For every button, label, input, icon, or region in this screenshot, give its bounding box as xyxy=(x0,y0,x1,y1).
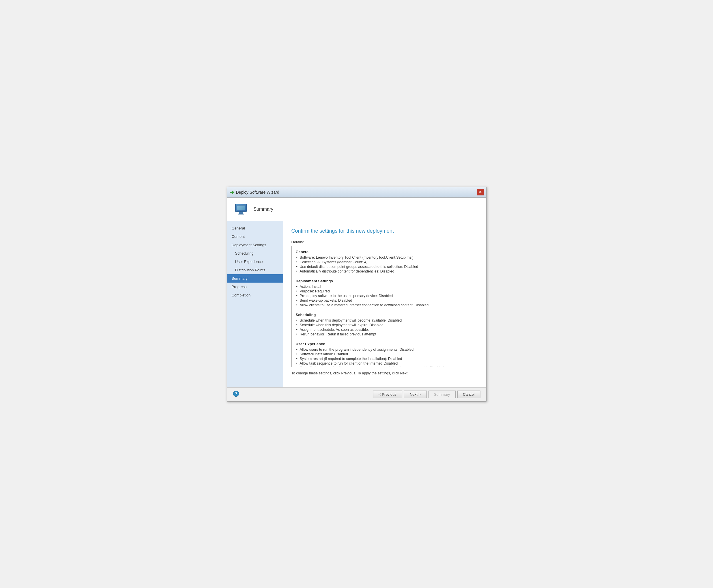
sidebar-item-user-experience[interactable]: User Experience xyxy=(227,257,283,266)
header-title: Summary xyxy=(254,207,273,212)
deployment-item-2: Pre-deploy software to the user's primar… xyxy=(296,294,474,298)
ux-item-2: System restart (if required to complete … xyxy=(296,357,474,361)
ux-item-3: Allow task sequence to run for client on… xyxy=(296,361,474,366)
general-item-0: Software: Lenovo Inventory Tool Client (… xyxy=(296,255,474,260)
deployment-item-1: Purpose: Required xyxy=(296,289,474,294)
scheduling-item-3: Rerun behavior: Rerun if failed previous… xyxy=(296,332,474,337)
section-title-scheduling: Scheduling xyxy=(296,313,474,317)
details-label: Details: xyxy=(291,240,478,244)
general-list: Software: Lenovo Inventory Tool Client (… xyxy=(296,255,474,274)
monitor-icon xyxy=(235,204,247,212)
details-section-deployment: Deployment Settings Action: Install Purp… xyxy=(296,279,474,308)
help-circle-icon: ? xyxy=(233,391,239,397)
deployment-item-3: Send wake-up packets: Disabled xyxy=(296,298,474,303)
wizard-main: Confirm the settings for this new deploy… xyxy=(283,221,486,387)
ux-item-1: Software installation: Disabled xyxy=(296,352,474,357)
details-section-general: General Software: Lenovo Inventory Tool … xyxy=(296,250,474,274)
title-bar-left: ➜ Deploy Software Wizard xyxy=(230,189,279,196)
deployment-item-0: Action: Install xyxy=(296,284,474,289)
general-item-2: Use default distribution point groups as… xyxy=(296,265,474,269)
wizard-body: General Content Deployment Settings Sche… xyxy=(227,221,486,387)
next-button[interactable]: Next > xyxy=(404,391,427,398)
cancel-button[interactable]: Cancel xyxy=(457,391,480,398)
details-box[interactable]: General Software: Lenovo Inventory Tool … xyxy=(291,246,478,367)
header-icon xyxy=(233,202,249,216)
scheduling-item-1: Schedule when this deployment will expir… xyxy=(296,323,474,327)
sidebar-item-content[interactable]: Content xyxy=(227,232,283,241)
monitor-screen-icon xyxy=(237,205,245,210)
ux-item-4: Commit changes at deadline or during a m… xyxy=(296,366,474,367)
summary-button[interactable]: Summary xyxy=(429,391,456,398)
sidebar-item-deployment-settings[interactable]: Deployment Settings xyxy=(227,241,283,249)
scheduling-list: Schedule when this deployment will becom… xyxy=(296,318,474,337)
user-experience-list: Allow users to run the program independe… xyxy=(296,347,474,367)
wizard-footer: ? < Previous Next > Summary Cancel xyxy=(227,387,486,401)
monitor-base-icon xyxy=(238,214,244,214)
main-heading: Confirm the settings for this new deploy… xyxy=(291,228,478,234)
sidebar-item-completion[interactable]: Completion xyxy=(227,291,283,299)
section-title-general: General xyxy=(296,250,474,254)
sidebar-item-progress[interactable]: Progress xyxy=(227,282,283,291)
sidebar-item-general[interactable]: General xyxy=(227,224,283,232)
details-section-user-experience: User Experience Allow users to run the p… xyxy=(296,342,474,367)
help-icon[interactable]: ? xyxy=(233,391,239,398)
svg-text:?: ? xyxy=(235,392,237,396)
general-item-1: Collection: All Systems (Member Count: 4… xyxy=(296,260,474,265)
sidebar-item-summary[interactable]: Summary xyxy=(227,274,283,282)
section-title-deployment: Deployment Settings xyxy=(296,279,474,283)
deployment-item-4: Allow clients to use a metered Internet … xyxy=(296,303,474,308)
previous-button[interactable]: < Previous xyxy=(373,391,402,398)
title-bar: ➜ Deploy Software Wizard ✕ xyxy=(227,187,486,198)
title-bar-arrow-icon: ➜ xyxy=(230,189,234,196)
scheduling-item-0: Schedule when this deployment will becom… xyxy=(296,318,474,323)
general-item-3: Automatically distribute content for dep… xyxy=(296,269,474,274)
ux-item-0: Allow users to run the program independe… xyxy=(296,347,474,352)
hint-text: To change these settings, click Previous… xyxy=(291,371,478,375)
wizard-sidebar: General Content Deployment Settings Sche… xyxy=(227,221,283,387)
sidebar-item-distribution-points[interactable]: Distribution Points xyxy=(227,266,283,274)
close-button[interactable]: ✕ xyxy=(477,189,484,195)
section-title-user-experience: User Experience xyxy=(296,342,474,346)
sidebar-item-scheduling[interactable]: Scheduling xyxy=(227,249,283,257)
title-bar-title: Deploy Software Wizard xyxy=(236,190,279,194)
details-section-scheduling: Scheduling Schedule when this deployment… xyxy=(296,313,474,337)
deployment-list: Action: Install Purpose: Required Pre-de… xyxy=(296,284,474,308)
wizard-header: Summary xyxy=(227,198,486,221)
scheduling-item-2: Assignment schedule: As soon as possible… xyxy=(296,327,474,332)
wizard-window: ➜ Deploy Software Wizard ✕ Summary Gener… xyxy=(227,187,487,401)
